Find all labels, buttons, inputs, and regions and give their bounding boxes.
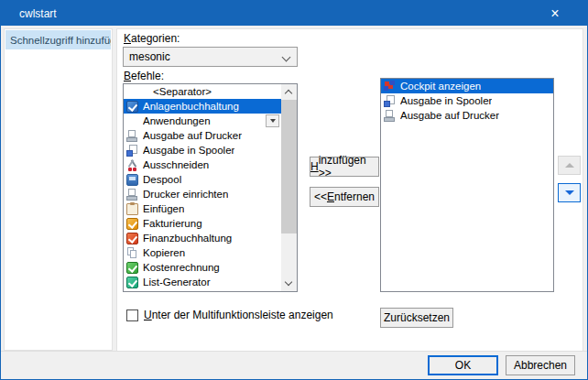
close-icon[interactable]: × <box>540 1 570 26</box>
scrollbar-up-icon[interactable] <box>281 84 297 100</box>
item-label: Anlagenbuchhaltung <box>143 101 239 112</box>
item-label: Kostenrechnung <box>143 262 220 273</box>
command-list-item[interactable]: Einfügen <box>124 201 281 216</box>
selected-command-item[interactable]: Cockpit anzeigen <box>381 79 553 93</box>
move-down-button[interactable] <box>558 183 581 202</box>
commands-label: Befehle: <box>124 70 164 82</box>
command-list-item[interactable]: Ausgabe in Spooler <box>124 143 281 157</box>
window-title: cwlstart <box>19 7 57 20</box>
chevron-down-icon <box>282 53 291 62</box>
sidebar-item-quick-access[interactable]: Schnellzugriff hinzufüg... <box>5 30 111 49</box>
move-up-button[interactable] <box>558 156 581 175</box>
command-list-item[interactable] <box>124 289 281 292</box>
item-label: <Separator> <box>153 86 212 97</box>
check-green-icon <box>126 262 138 274</box>
item-label: Despool <box>143 174 181 185</box>
item-label: Finanzbuchhaltung <box>143 233 232 244</box>
selected-commands-list: Cockpit anzeigen Ausgabe in Spooler Ausg… <box>381 79 553 123</box>
item-label: Ausgabe in Spooler <box>400 95 492 106</box>
selected-command-item[interactable]: Ausgabe auf Drucker <box>381 108 553 123</box>
check-teal-icon <box>126 277 138 288</box>
item-label: Ausgabe auf Drucker <box>143 130 242 141</box>
command-list-item[interactable]: Kostenrechnung <box>124 260 281 275</box>
command-list-item[interactable]: Despool <box>124 172 281 187</box>
item-label: Kopieren <box>143 247 185 258</box>
commands-listbox[interactable]: <Separator> Anlagenbuchhaltung Anwendung… <box>123 83 298 292</box>
main-panel: Kategorien: mesonic Befehle: <Separator>… <box>116 28 583 352</box>
check-blue-icon <box>126 101 138 113</box>
category-value: mesonic <box>129 50 170 63</box>
command-list-item[interactable]: Anlagenbuchhaltung <box>124 99 281 114</box>
scissors-icon <box>126 159 138 171</box>
check-green-icon <box>126 291 138 293</box>
dialog-window: cwlstart × Schnellzugriff hinzufüg... Ka… <box>0 0 588 380</box>
command-list-item[interactable]: List-Generator <box>124 275 281 289</box>
category-dropdown[interactable]: mesonic <box>123 47 298 67</box>
spooler-icon <box>126 145 138 157</box>
item-label: Ausschneiden <box>143 159 209 170</box>
command-list-item[interactable]: Drucker einrichten <box>124 187 281 201</box>
item-label: Einfügen <box>143 203 184 214</box>
ribbon-position-checkbox[interactable] <box>126 309 138 321</box>
command-list-item[interactable]: Ausgabe auf Drucker <box>124 128 281 143</box>
check-red-icon <box>126 233 138 244</box>
commands-scrollbar[interactable] <box>281 84 297 291</box>
printer-icon <box>384 110 396 122</box>
despool-icon <box>126 174 138 186</box>
item-dropdown-button[interactable] <box>266 114 279 127</box>
command-list-item[interactable]: <Separator> <box>124 84 281 99</box>
titlebar: cwlstart × <box>1 1 587 26</box>
ok-button[interactable]: OK <box>428 355 498 375</box>
selected-command-item[interactable]: Ausgabe in Spooler <box>381 93 553 108</box>
ribbon-position-label: Unter der Multifunktionsleiste anzeigen <box>144 309 333 321</box>
item-label: List-Generator <box>143 277 211 288</box>
printer-setup-icon <box>126 189 138 201</box>
paste-icon <box>126 203 138 215</box>
item-label: Ausgabe in Spooler <box>143 145 234 156</box>
sidebar: Schnellzugriff hinzufüg... <box>4 28 113 351</box>
spooler-icon <box>384 95 396 107</box>
command-list-item[interactable]: Finanzbuchhaltung <box>124 231 281 245</box>
cancel-button[interactable]: Abbrechen <box>506 355 575 375</box>
categories-label: Kategorien: <box>124 32 180 45</box>
command-list-item[interactable]: Anwendungen <box>124 114 281 128</box>
item-label: Anwendungen <box>143 115 211 126</box>
command-list-item[interactable]: Ausschneiden <box>124 157 281 172</box>
add-button[interactable]: Hinzufügen >> <box>310 157 379 177</box>
cockpit-icon <box>384 81 396 92</box>
check-orange-icon <box>126 218 138 230</box>
remove-button[interactable]: << Entfernen <box>310 187 379 207</box>
command-list-item[interactable]: Kopieren <box>124 245 281 260</box>
scrollbar-down-icon[interactable] <box>281 276 297 291</box>
item-label: Ausgabe auf Drucker <box>400 110 499 121</box>
commands-list: <Separator> Anlagenbuchhaltung Anwendung… <box>124 84 281 292</box>
printer-icon <box>126 130 138 142</box>
command-list-item[interactable]: Fakturierung <box>124 216 281 231</box>
scrollbar-thumb[interactable] <box>281 100 297 233</box>
footer-bar: OK Abbrechen <box>1 351 587 379</box>
selected-commands-listbox[interactable]: Cockpit anzeigen Ausgabe in Spooler Ausg… <box>380 78 554 292</box>
copy-icon <box>126 247 138 259</box>
ribbon-position-option: Unter der Multifunktionsleiste anzeigen <box>126 309 333 321</box>
item-label: Cockpit anzeigen <box>400 81 481 92</box>
item-label: Fakturierung <box>143 218 202 229</box>
reset-button[interactable]: Zurücksetzen <box>380 308 453 328</box>
item-label: Drucker einrichten <box>143 189 228 200</box>
